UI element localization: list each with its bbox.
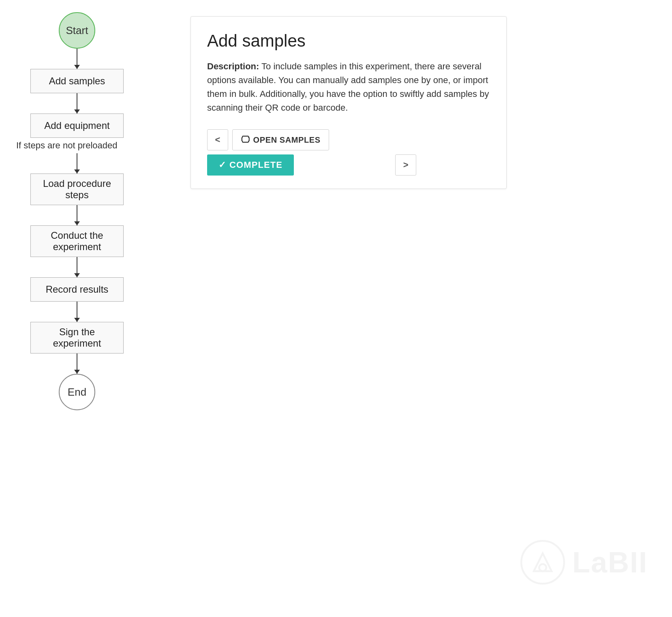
complete-check-icon: ✓	[218, 160, 226, 170]
start-node: Start	[59, 12, 95, 49]
top-actions-row: < 🖵 OPEN SAMPLES	[207, 129, 490, 150]
detail-panel: Add samples Description: To include samp…	[170, 0, 672, 617]
detail-card: Add samples Description: To include samp…	[190, 16, 507, 189]
flow-container: Start Add samples Add equipment If steps…	[16, 12, 138, 410]
load-procedure-node[interactable]: Load procedure steps	[30, 174, 124, 205]
sign-experiment-node[interactable]: Sign the experiment	[30, 322, 124, 353]
svg-point-0	[521, 541, 564, 584]
arrow-2	[77, 93, 77, 114]
arrow-1	[77, 49, 77, 69]
arrow-7	[77, 353, 77, 374]
record-results-node[interactable]: Record results	[30, 277, 124, 302]
conditional-label: If steps are not preloaded	[16, 140, 138, 151]
arrow-6	[77, 302, 77, 322]
add-equipment-node[interactable]: Add equipment	[30, 114, 124, 138]
open-samples-button[interactable]: 🖵 OPEN SAMPLES	[232, 129, 329, 150]
arrow-5	[77, 257, 77, 277]
open-samples-icon: 🖵	[241, 135, 250, 145]
add-samples-node[interactable]: Add samples	[30, 69, 124, 93]
watermark-text: LaBII	[572, 546, 648, 579]
end-node: End	[59, 374, 95, 410]
nav-forward-button[interactable]: >	[395, 154, 416, 176]
arrow-3	[77, 153, 77, 174]
detail-title: Add samples	[207, 31, 490, 51]
arrow-4	[77, 205, 77, 225]
svg-point-1	[539, 564, 546, 571]
complete-button[interactable]: ✓ COMPLETE	[207, 154, 294, 176]
watermark-logo-icon	[520, 540, 565, 585]
flowchart-panel: Start Add samples Add equipment If steps…	[0, 0, 170, 617]
nav-back-button[interactable]: <	[207, 129, 228, 150]
description-bold-label: Description:	[207, 61, 259, 71]
bottom-actions-row: ✓ COMPLETE >	[207, 154, 490, 176]
watermark: LaBII	[520, 540, 648, 585]
conduct-experiment-node[interactable]: Conduct the experiment	[30, 225, 124, 257]
detail-description: Description: To include samples in this …	[207, 60, 490, 115]
